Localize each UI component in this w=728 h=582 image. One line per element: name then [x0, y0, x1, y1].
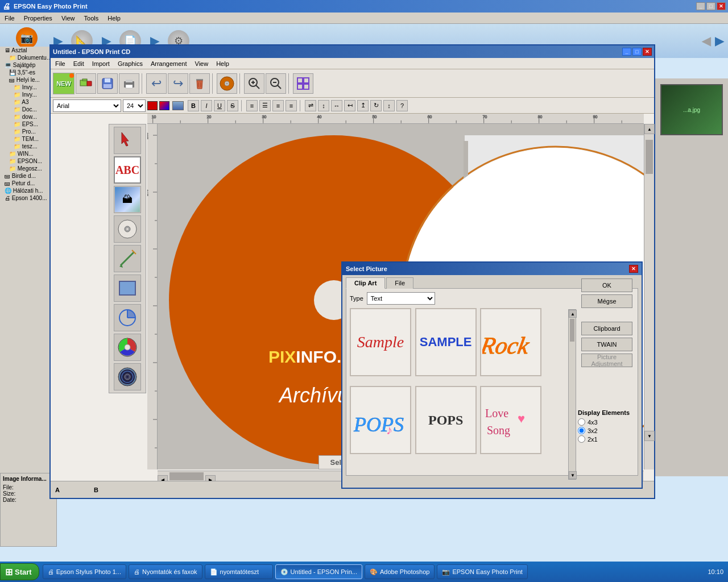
printcd-maximize-btn[interactable]: □ — [632, 48, 642, 56]
text-color-swatch[interactable] — [147, 101, 158, 110]
display-2x1-radio[interactable] — [578, 435, 585, 443]
printcd-minimize-btn[interactable]: _ — [622, 48, 631, 56]
clipart-pops-cursive[interactable]: POPS ♪ — [350, 386, 411, 454]
delete-btn[interactable] — [189, 73, 210, 94]
zoom-in-btn[interactable] — [244, 73, 264, 94]
char-spacing-btn[interactable]: ↔ — [331, 100, 342, 111]
tree-a3[interactable]: 📁 A3 — [0, 98, 56, 106]
bold-btn[interactable]: B — [188, 100, 199, 111]
vertical-btn[interactable]: ↕ — [383, 100, 395, 111]
pcd-menu-graphics[interactable]: Graphics — [115, 59, 145, 68]
taskbar-nyomtato[interactable]: 📄 nyomtatóteszt — [205, 564, 273, 579]
photo-thumb-1[interactable]: ...a.jpg — [660, 84, 723, 135]
pcd-menu-edit[interactable]: Edit — [71, 59, 86, 68]
sp-scroll-down[interactable]: ▼ — [569, 471, 577, 479]
sp-tab-file[interactable]: File — [386, 277, 413, 289]
tree-halozati[interactable]: 🌐 Hálózati h... — [0, 187, 56, 194]
tree-epson1400[interactable]: 🖨 Epson 1400... — [0, 194, 56, 202]
sp-grid-scrollbar[interactable]: ▲ ▼ — [568, 309, 576, 480]
menu-properties[interactable]: Properties — [22, 14, 55, 23]
tree-35es[interactable]: 💾 3,5"-es — [0, 69, 56, 76]
printcd-close-btn[interactable]: ✕ — [643, 48, 652, 56]
underline-btn[interactable]: U — [214, 100, 225, 111]
save-btn[interactable] — [97, 73, 118, 94]
clipart-pops-bold[interactable]: POPS — [415, 386, 477, 454]
taskbar-adobe-photoshop[interactable]: 🎨 Adobe Photoshop — [365, 564, 435, 579]
sp-clipboard-btn[interactable]: Clipboard — [581, 322, 632, 335]
sp-twain-btn[interactable]: TWAIN — [581, 338, 632, 351]
align-right-btn[interactable]: ≡ — [272, 100, 284, 111]
pcd-menu-view[interactable]: View — [193, 59, 211, 68]
tree-dow[interactable]: 📁 dow... — [0, 113, 56, 120]
sp-ok-btn[interactable]: OK — [581, 278, 632, 292]
epson-minimize-btn[interactable]: _ — [696, 2, 705, 10]
italic-btn[interactable]: I — [201, 100, 212, 111]
tree-helyi[interactable]: 🖴 Helyi le... — [0, 76, 56, 84]
gradient-btn[interactable] — [172, 101, 184, 110]
tree-tesz[interactable]: 📁 tesz... — [0, 143, 56, 150]
sp-scroll-up[interactable]: ▲ — [569, 310, 577, 318]
grid-btn[interactable] — [293, 73, 313, 94]
tree-doc[interactable]: 📁 Doc... — [0, 106, 56, 113]
sp-picture-adjustment-btn[interactable]: Picture Adjustment — [581, 354, 632, 367]
image-tool[interactable]: 🏔 — [114, 186, 141, 213]
tree-megosz[interactable]: 📁 Megosz... — [0, 165, 56, 172]
sp-close-btn[interactable]: ✕ — [629, 265, 638, 273]
font-size-select[interactable]: 24 — [123, 99, 146, 112]
sp-scroll-thumb[interactable] — [570, 319, 574, 342]
clipart-sample-italic[interactable]: Sample — [350, 308, 411, 376]
tree-invy2[interactable]: 📁 Invy... — [0, 91, 56, 98]
clipart-rock[interactable]: Rock Rock — [480, 308, 541, 376]
nav-forward-btn[interactable]: ▶ — [715, 34, 723, 48]
pcd-menu-file[interactable]: File — [53, 59, 68, 68]
pcd-menu-import[interactable]: Import — [90, 59, 112, 68]
scroll-down-btn[interactable]: ▼ — [644, 431, 655, 441]
sp-tab-clipart[interactable]: Clip Art — [346, 277, 385, 289]
tree-asztal[interactable]: 🖥 Asztal — [0, 47, 56, 54]
epson-maximize-btn[interactable]: □ — [706, 2, 715, 10]
font-name-select[interactable]: Arial — [53, 99, 121, 112]
tree-petur[interactable]: 🖴 Petur d... — [0, 180, 56, 187]
tree-win[interactable]: 📁 WIN... — [0, 150, 56, 157]
open-btn[interactable] — [76, 73, 96, 94]
taskbar-untitled-epson[interactable]: 💿 Untitled - EPSON Prin... — [275, 564, 362, 579]
strikethrough-btn[interactable]: S — [227, 100, 238, 111]
arrow-tool[interactable] — [114, 127, 141, 154]
menu-help[interactable]: Help — [105, 14, 123, 23]
display-3x2-radio[interactable] — [578, 427, 585, 434]
clipart-lovesong[interactable]: Love Song ♥ — [480, 386, 541, 454]
taskbar-printers-faxes[interactable]: 🖨 Nyomtatók és faxok — [129, 564, 202, 579]
display-4x3-radio[interactable] — [578, 418, 585, 426]
print-btn[interactable] — [119, 73, 139, 94]
help-btn-font[interactable]: ? — [396, 100, 408, 111]
menu-file[interactable]: File — [2, 14, 17, 23]
circle-tool[interactable] — [114, 304, 141, 331]
text-spacing-btn[interactable]: ⇌ — [305, 100, 316, 111]
tree-epson[interactable]: 📁 EPSON... — [0, 157, 56, 165]
align-left-btn[interactable]: ≡ — [246, 100, 258, 111]
scroll-up-btn[interactable]: ▲ — [644, 124, 655, 134]
rotate-btn[interactable]: ↻ — [370, 100, 382, 111]
menu-view[interactable]: View — [59, 14, 77, 23]
cd-label-tool[interactable] — [114, 215, 141, 243]
cd-dark-tool[interactable] — [114, 363, 141, 390]
text-tool[interactable]: ABC — [114, 156, 141, 184]
taskbar-epson-easy[interactable]: 📷 EPSON Easy Photo Print — [437, 564, 528, 579]
scrollbar-vertical[interactable]: ▲ ▼ — [644, 124, 654, 469]
tree-eps[interactable]: 📁 EPS... — [0, 120, 56, 128]
scroll-thumb-h[interactable] — [169, 472, 204, 480]
cd-multicolor-tool[interactable] — [114, 334, 141, 361]
tree-birdie[interactable]: 🖴 Birdie d... — [0, 172, 56, 180]
sp-cancel-btn[interactable]: Mégse — [581, 294, 632, 308]
pcd-menu-arrangement[interactable]: Arrangement — [148, 59, 189, 68]
kerning-btn[interactable]: ↤ — [344, 100, 355, 111]
zoom-out-btn[interactable] — [266, 73, 286, 94]
tree-sajatgep[interactable]: 💻 Sajátgép — [0, 61, 56, 69]
undo-btn[interactable]: ↩ — [146, 73, 167, 94]
tree-pro[interactable]: 📁 Pro... — [0, 128, 56, 135]
bg-color-swatch[interactable] — [159, 101, 169, 110]
align-center-btn[interactable]: ☰ — [259, 100, 271, 111]
clipart-sample-bold[interactable]: SAMPLE — [415, 308, 477, 376]
redo-btn[interactable]: ↪ — [168, 73, 188, 94]
rectangle-tool[interactable] — [114, 275, 141, 302]
